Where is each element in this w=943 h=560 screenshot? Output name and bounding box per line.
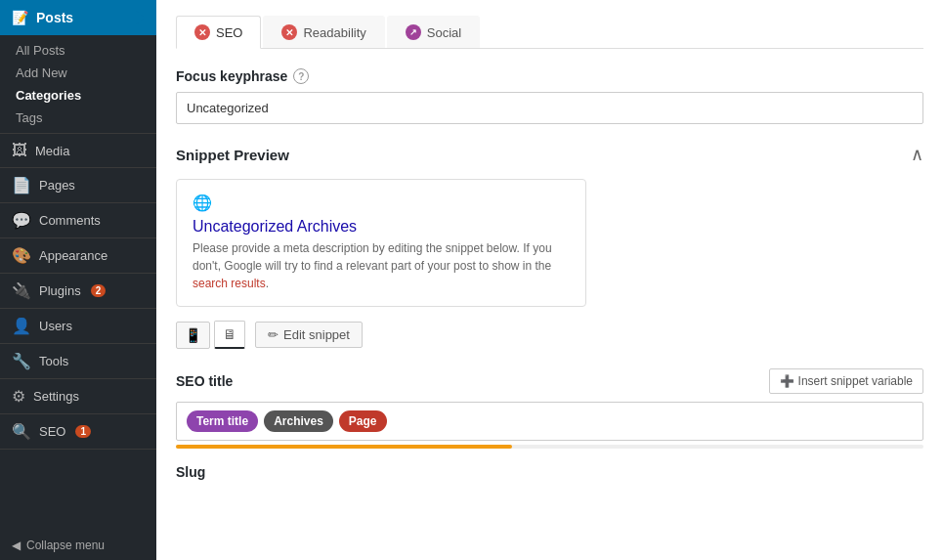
collapse-label: Collapse menu — [26, 538, 105, 552]
sidebar-item-users-label: Users — [39, 319, 72, 333]
sidebar-item-settings[interactable]: ⚙ Settings — [0, 379, 156, 414]
tab-seo[interactable]: ✕ SEO — [176, 16, 261, 49]
sidebar-item-categories[interactable]: Categories — [0, 84, 156, 107]
seo-title-progress-bar — [176, 445, 512, 449]
sidebar-item-pages-label: Pages — [39, 178, 75, 193]
mobile-view-button[interactable]: 📱 — [176, 322, 210, 349]
media-icon: 🖼 — [12, 142, 27, 159]
sidebar-item-plugins-label: Plugins — [39, 283, 81, 298]
sidebar-header[interactable]: 📝 Posts — [0, 0, 156, 35]
tab-readability[interactable]: ✕ Readability — [263, 16, 384, 48]
posts-icon: 📝 — [12, 10, 28, 25]
seo-title-tags-container[interactable]: Term title Archives Page — [176, 402, 923, 441]
tab-social[interactable]: ↗ Social — [387, 16, 480, 48]
appearance-icon: 🎨 — [12, 246, 31, 265]
sidebar-sub-menu: All Posts Add New Categories Tags — [0, 35, 156, 134]
seo-title-header: SEO title ➕ Insert snippet variable — [176, 368, 923, 394]
seo-tab-icon: ✕ — [194, 24, 210, 40]
seo-title-progress-container — [176, 445, 923, 449]
sidebar-item-tools-label: Tools — [39, 354, 68, 368]
plugins-icon: 🔌 — [12, 281, 31, 300]
comments-icon: 💬 — [12, 211, 31, 230]
sidebar-header-label: Posts — [36, 10, 73, 25]
users-icon: 👤 — [12, 317, 31, 335]
insert-variable-label: Insert snippet variable — [798, 374, 913, 388]
snippet-preview-collapse-button[interactable]: ∧ — [911, 144, 923, 165]
archives-tag[interactable]: Archives — [264, 410, 333, 432]
snippet-title[interactable]: Uncategorized Archives — [193, 218, 570, 236]
sidebar-item-pages[interactable]: 📄 Pages — [0, 168, 156, 203]
focus-keyphrase-text: Focus keyphrase — [176, 68, 287, 84]
sidebar-item-users[interactable]: 👤 Users — [0, 309, 156, 344]
plus-icon: ➕ — [780, 374, 794, 388]
sidebar-item-comments-label: Comments — [39, 213, 101, 228]
focus-keyphrase-label: Focus keyphrase ? — [176, 68, 923, 84]
globe-icon: 🌐 — [193, 194, 570, 212]
snippet-desc-highlight: search results — [193, 277, 266, 290]
tab-bar: ✕ SEO ✕ Readability ↗ Social — [176, 16, 923, 49]
sidebar-item-media-label: Media — [35, 144, 69, 158]
page-tag[interactable]: Page — [339, 410, 387, 432]
seo-icon: 🔍 — [12, 422, 31, 441]
snippet-controls: 📱 🖥 ✏ Edit snippet — [176, 321, 923, 349]
sidebar-item-appearance-label: Appearance — [39, 248, 107, 263]
snippet-preview-header: Snippet Preview ∧ — [176, 144, 923, 165]
tools-icon: 🔧 — [12, 352, 31, 370]
insert-snippet-variable-button[interactable]: ➕ Insert snippet variable — [769, 368, 923, 394]
snippet-desc-after: . — [266, 277, 269, 290]
sidebar-item-add-new[interactable]: Add New — [0, 62, 156, 84]
tab-social-label: Social — [427, 25, 461, 40]
sidebar-item-tools[interactable]: 🔧 Tools — [0, 344, 156, 379]
sidebar-item-plugins[interactable]: 🔌 Plugins 2 — [0, 274, 156, 309]
term-title-tag[interactable]: Term title — [187, 410, 258, 432]
tab-seo-label: SEO — [216, 25, 242, 40]
sidebar: 📝 Posts All Posts Add New Categories Tag… — [0, 0, 156, 560]
tab-readability-label: Readability — [303, 25, 365, 40]
pencil-icon: ✏ — [268, 327, 279, 342]
seo-badge: 1 — [75, 425, 91, 438]
sidebar-item-seo[interactable]: 🔍 SEO 1 — [0, 414, 156, 450]
desktop-view-button[interactable]: 🖥 — [214, 321, 245, 349]
edit-snippet-button[interactable]: ✏ Edit snippet — [255, 322, 363, 348]
collapse-menu-button[interactable]: ◀ Collapse menu — [0, 531, 156, 560]
social-tab-icon: ↗ — [406, 24, 421, 40]
snippet-preview-title: Snippet Preview — [176, 147, 289, 163]
sidebar-item-seo-label: SEO — [39, 424, 65, 439]
sidebar-item-comments[interactable]: 💬 Comments — [0, 203, 156, 238]
focus-keyphrase-help-icon[interactable]: ? — [293, 68, 309, 84]
slug-section: Slug — [176, 464, 923, 480]
snippet-desc-before: Please provide a meta description by edi… — [193, 241, 552, 273]
edit-snippet-label: Edit snippet — [283, 327, 350, 342]
seo-title-label: SEO title — [176, 373, 233, 389]
settings-icon: ⚙ — [12, 387, 25, 406]
sidebar-item-settings-label: Settings — [33, 389, 79, 404]
snippet-card: 🌐 Uncategorized Archives Please provide … — [176, 179, 586, 307]
slug-label: Slug — [176, 464, 205, 480]
seo-title-section: SEO title ➕ Insert snippet variable Term… — [176, 368, 923, 449]
pages-icon: 📄 — [12, 176, 31, 194]
readability-tab-icon: ✕ — [281, 24, 297, 40]
sidebar-item-all-posts[interactable]: All Posts — [0, 39, 156, 62]
sidebar-item-appearance[interactable]: 🎨 Appearance — [0, 238, 156, 274]
plugins-badge: 2 — [91, 284, 107, 297]
sidebar-item-tags[interactable]: Tags — [0, 107, 156, 129]
focus-keyphrase-input[interactable] — [176, 92, 923, 124]
sidebar-item-media[interactable]: 🖼 Media — [0, 134, 156, 168]
sidebar-arrow-icon — [135, 10, 145, 25]
main-content: ✕ SEO ✕ Readability ↗ Social Focus keyph… — [156, 0, 943, 560]
collapse-icon: ◀ — [12, 538, 21, 552]
snippet-description: Please provide a meta description by edi… — [193, 239, 570, 292]
